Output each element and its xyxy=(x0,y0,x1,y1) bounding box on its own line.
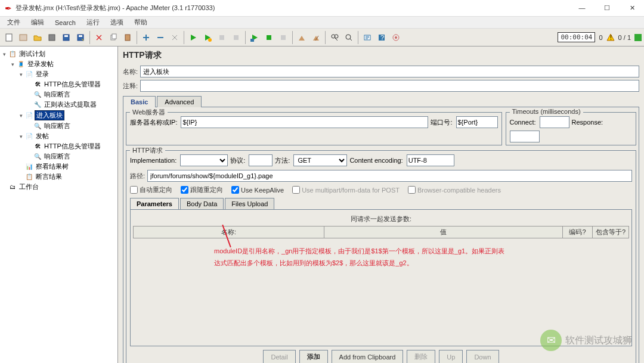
tree-thread-group[interactable]: ▾🧵登录发帖 xyxy=(1,59,116,69)
remote-stop-icon[interactable] xyxy=(262,31,275,44)
status-indicator-icon xyxy=(634,34,642,41)
col-name[interactable]: 名称: xyxy=(134,227,324,238)
tree-enter-module[interactable]: ▾📄进入板块 xyxy=(1,110,116,121)
clear-all-icon[interactable] xyxy=(309,31,323,44)
up-button[interactable]: Up xyxy=(439,350,463,363)
copy-icon[interactable] xyxy=(107,31,120,44)
toolbar: ? 00:00:04 0 ! 0 / 1 xyxy=(0,29,644,46)
svg-point-10 xyxy=(208,38,212,42)
stop-icon[interactable] xyxy=(215,31,228,44)
tree-post-header[interactable]: 🛠HTTP信息头管理器 xyxy=(1,141,116,151)
connect-input[interactable] xyxy=(540,116,569,128)
tree-assert-result[interactable]: 📋断言结果 xyxy=(1,172,116,182)
expand-icon[interactable] xyxy=(140,31,153,44)
cb-browser[interactable]: Browser-compatible headers xyxy=(408,186,501,194)
tree-login-assert[interactable]: 🔍响应断言 xyxy=(1,89,116,100)
wechat-icon: ✉ xyxy=(540,330,562,351)
start-no-pause-icon[interactable] xyxy=(201,31,214,44)
path-input[interactable] xyxy=(147,170,632,182)
add-button[interactable]: 添加 xyxy=(299,350,328,363)
port-label: 端口号: xyxy=(431,118,452,127)
tab-parameters[interactable]: Parameters xyxy=(130,198,179,209)
remote-start-icon[interactable] xyxy=(248,31,261,44)
templates-icon[interactable] xyxy=(17,31,30,44)
close-button[interactable]: ✕ xyxy=(625,4,639,12)
shutdown-icon[interactable] xyxy=(230,31,243,44)
method-label: 方法: xyxy=(275,156,290,165)
panel-title: HTTP请求 xyxy=(123,50,639,61)
svg-text:?: ? xyxy=(380,34,384,41)
tree-workbench[interactable]: 🗂工作台 xyxy=(1,182,116,192)
col-include[interactable]: 包含等于? xyxy=(593,227,628,238)
method-select[interactable]: GET xyxy=(293,154,347,166)
maximize-button[interactable]: ☐ xyxy=(600,4,614,12)
open-icon[interactable] xyxy=(31,31,44,44)
tree-login-header[interactable]: 🛠HTTP信息头管理器 xyxy=(1,79,116,89)
menu-run[interactable]: 运行 xyxy=(82,17,104,28)
host-label: 服务器名称或IP: xyxy=(130,118,177,127)
parameters-panel: 同请求一起发送参数: 名称: 值 编码? 包含等于? moduleID是引用名称… xyxy=(130,209,632,346)
name-input[interactable] xyxy=(140,66,639,77)
reset-search-icon[interactable] xyxy=(342,31,355,44)
tab-files-upload[interactable]: Files Upload xyxy=(225,198,274,209)
cb-follow-redirect[interactable]: 跟随重定向 xyxy=(181,185,223,194)
comment-input[interactable] xyxy=(140,80,639,92)
response-input[interactable] xyxy=(510,131,540,142)
tree-post-assert[interactable]: 🔍响应断言 xyxy=(1,151,116,162)
protocol-input[interactable] xyxy=(249,154,273,166)
cb-multipart[interactable]: Use multipart/form-data for POST xyxy=(292,186,400,194)
cb-keepalive[interactable]: Use KeepAlive xyxy=(231,186,284,194)
save-as-icon[interactable] xyxy=(74,31,87,44)
menu-options[interactable]: 选项 xyxy=(106,17,128,28)
impl-label: Implementation: xyxy=(130,157,177,164)
svg-rect-4 xyxy=(64,35,68,37)
detail-button[interactable]: Detail xyxy=(263,350,295,363)
cut-icon[interactable] xyxy=(92,31,106,44)
menu-edit[interactable]: 编辑 xyxy=(26,17,49,28)
tree-post[interactable]: ▾📄发帖 xyxy=(1,131,116,141)
tree-result-tree[interactable]: 📊察看结果树 xyxy=(1,162,116,172)
menu-file[interactable]: 文件 xyxy=(2,17,25,28)
down-button[interactable]: Down xyxy=(466,350,499,363)
save-icon[interactable] xyxy=(60,31,73,44)
tab-basic[interactable]: Basic xyxy=(123,96,156,107)
minimize-button[interactable]: — xyxy=(575,4,589,12)
thread-ratio: 0 / 1 xyxy=(618,34,631,41)
tree-root[interactable]: ▾📋测试计划 xyxy=(1,49,116,59)
start-icon[interactable] xyxy=(187,31,200,44)
function-helper-icon[interactable] xyxy=(361,31,374,44)
tab-advanced[interactable]: Advanced xyxy=(157,96,202,107)
host-input[interactable] xyxy=(181,116,428,128)
test-plan-tree[interactable]: ▾📋测试计划 ▾🧵登录发帖 ▾📄登录 🛠HTTP信息头管理器 🔍响应断言 🔧正则… xyxy=(0,46,118,363)
svg-rect-11 xyxy=(219,35,224,40)
encoding-input[interactable] xyxy=(407,154,454,166)
new-icon[interactable] xyxy=(2,31,16,44)
delete-button[interactable]: 删除 xyxy=(407,350,435,363)
impl-select[interactable] xyxy=(180,154,228,166)
remote-shutdown-icon[interactable] xyxy=(277,31,290,44)
menu-help[interactable]: 帮助 xyxy=(129,17,152,28)
close-icon[interactable] xyxy=(45,31,58,44)
tree-enter-assert[interactable]: 🔍响应断言 xyxy=(1,121,116,131)
cb-auto-redirect[interactable]: 自动重定向 xyxy=(130,185,172,194)
help-icon[interactable]: ? xyxy=(375,31,388,44)
paste-icon[interactable] xyxy=(121,31,134,44)
search-tool-icon[interactable] xyxy=(328,31,341,44)
webserver-legend: Web服务器 xyxy=(130,108,168,117)
tree-login-regex[interactable]: 🔧正则表达式提取器 xyxy=(1,100,116,110)
tree-login[interactable]: ▾📄登录 xyxy=(1,69,116,79)
collapse-icon[interactable] xyxy=(154,31,167,44)
clear-icon[interactable] xyxy=(295,31,308,44)
col-value[interactable]: 值 xyxy=(324,227,563,238)
options-icon[interactable] xyxy=(389,31,402,44)
clipboard-button[interactable]: Add from Clipboard xyxy=(332,350,404,363)
port-input[interactable] xyxy=(456,116,498,128)
col-encode[interactable]: 编码? xyxy=(563,227,593,238)
menu-search[interactable]: Search xyxy=(50,18,80,27)
svg-point-23 xyxy=(395,36,397,39)
tab-body-data[interactable]: Body Data xyxy=(180,198,224,209)
response-label: Response: xyxy=(572,119,603,126)
toggle-icon[interactable] xyxy=(168,31,181,44)
svg-rect-13 xyxy=(250,39,254,42)
comment-label: 注释: xyxy=(123,82,138,91)
